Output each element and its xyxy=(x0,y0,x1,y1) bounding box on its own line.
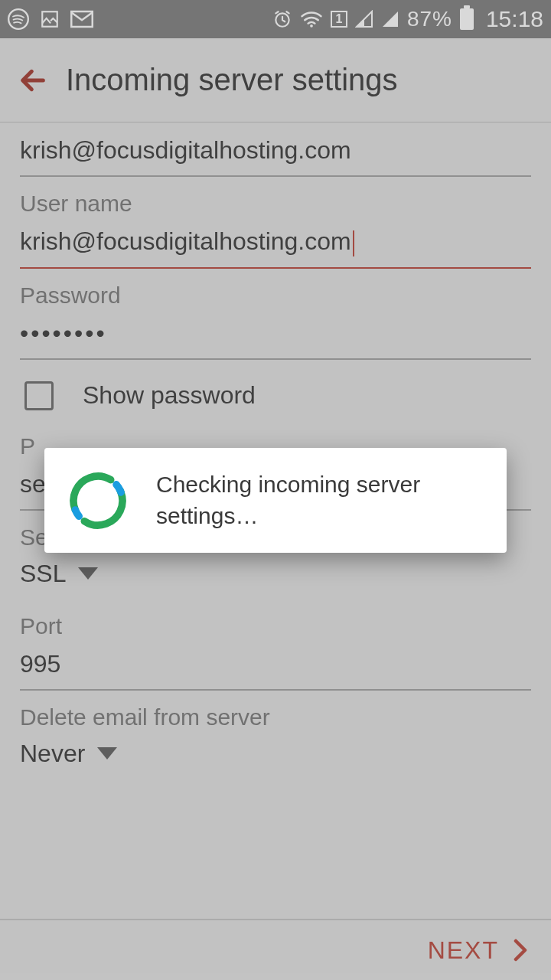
spinner-icon xyxy=(67,470,129,531)
svg-point-5 xyxy=(67,470,129,531)
dialog-message: Checking incoming server settings… xyxy=(156,469,484,531)
progress-dialog: Checking incoming server settings… xyxy=(44,448,507,553)
